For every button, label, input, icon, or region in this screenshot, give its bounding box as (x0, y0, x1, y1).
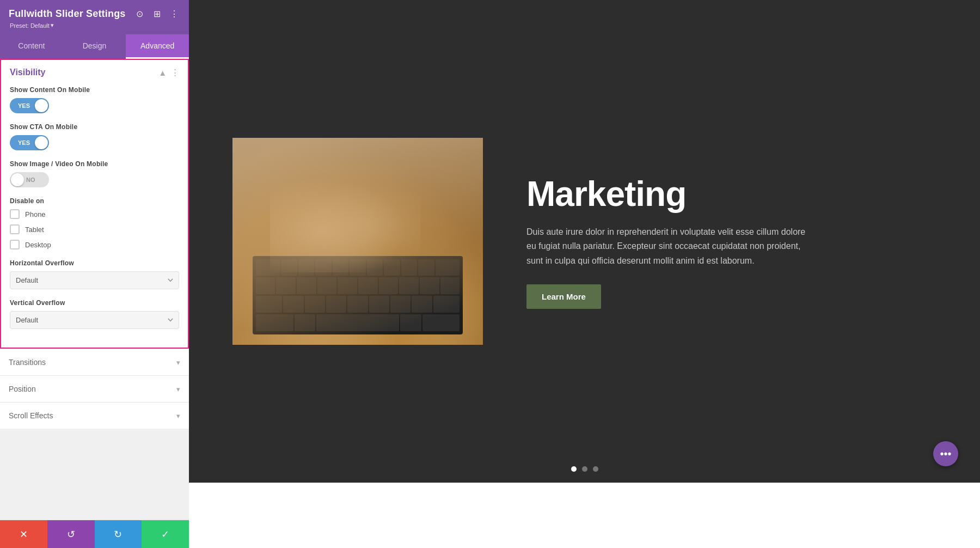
show-content-mobile-field: Show Content On Mobile YES (10, 86, 179, 113)
more-icon[interactable]: ⋮ (168, 8, 180, 20)
toggle-yes-label: YES (10, 98, 34, 113)
slide-inner: Marketing Duis aute irure dolor in repre… (189, 0, 980, 483)
preset-arrow: ▾ (51, 22, 54, 29)
scroll-effects-label: Scroll Effects (9, 411, 53, 420)
checkbox-phone-label: Phone (25, 210, 46, 218)
toggle-yes-label-2: YES (10, 135, 34, 150)
vertical-overflow-field: Vertical Overflow Default Hidden Scroll … (10, 299, 179, 329)
toggle-knob-2 (35, 136, 48, 149)
slide-image (232, 138, 483, 345)
undo-button[interactable]: ↺ (47, 520, 95, 548)
sidebar-content: Visibility ▲ ⋮ Show Content On Mobile YE… (0, 59, 189, 520)
sidebar-title: Fullwidth Slider Settings (9, 8, 126, 20)
sidebar: Fullwidth Slider Settings ⊙ ⊞ ⋮ Preset: … (0, 0, 189, 548)
scroll-effects-chevron: ▾ (176, 412, 180, 420)
checkbox-tablet-row: Tablet (10, 224, 179, 234)
visibility-title: Visibility (10, 68, 46, 77)
save-button[interactable]: ✓ (142, 520, 189, 548)
laptop-visual (232, 138, 483, 345)
show-image-mobile-toggle[interactable]: NO (10, 172, 49, 187)
show-cta-mobile-field: Show CTA On Mobile YES (10, 123, 179, 150)
tab-content[interactable]: Content (0, 34, 63, 59)
horizontal-overflow-field: Horizontal Overflow Default Hidden Scrol… (10, 259, 179, 289)
collapse-icon[interactable]: ▲ (158, 68, 167, 77)
main-content: Marketing Duis aute irure dolor in repre… (189, 0, 980, 548)
dot-1[interactable] (571, 466, 577, 472)
dot-3[interactable] (593, 466, 598, 472)
section-header-icons: ▲ ⋮ (158, 68, 179, 77)
checkbox-phone[interactable] (10, 209, 20, 219)
bottom-bar: ✕ ↺ ↻ ✓ (0, 520, 189, 548)
transitions-chevron: ▾ (176, 358, 180, 367)
checkbox-phone-row: Phone (10, 209, 179, 219)
sidebar-header: Fullwidth Slider Settings ⊙ ⊞ ⋮ Preset: … (0, 0, 189, 34)
visibility-body: Show Content On Mobile YES Show CTA On M… (1, 84, 188, 348)
checkbox-tablet[interactable] (10, 224, 20, 234)
show-content-mobile-label: Show Content On Mobile (10, 86, 179, 94)
tab-design[interactable]: Design (63, 34, 126, 59)
preset-selector[interactable]: Preset: Default ▾ (9, 22, 180, 29)
show-image-mobile-label: Show Image / Video On Mobile (10, 160, 179, 168)
slider-dots (571, 466, 598, 472)
vertical-overflow-select[interactable]: Default Hidden Scroll Auto (10, 311, 179, 329)
fab-icon: ••• (940, 448, 951, 460)
scroll-effects-section[interactable]: Scroll Effects ▾ (0, 402, 189, 429)
horizontal-overflow-label: Horizontal Overflow (10, 259, 179, 267)
position-chevron: ▾ (176, 385, 180, 393)
position-label: Position (9, 385, 36, 393)
fab-button[interactable]: ••• (933, 441, 958, 466)
visibility-section-header[interactable]: Visibility ▲ ⋮ (1, 60, 188, 84)
slide-body: Duis aute irure dolor in reprehenderit i… (526, 225, 810, 268)
tab-advanced[interactable]: Advanced (126, 34, 189, 59)
slide: Marketing Duis aute irure dolor in repre… (189, 0, 980, 483)
slide-text: Marketing Duis aute irure dolor in repre… (526, 174, 936, 309)
section-more-icon[interactable]: ⋮ (171, 68, 179, 77)
show-image-mobile-field: Show Image / Video On Mobile NO (10, 160, 179, 187)
toggle-knob-off (11, 173, 24, 186)
header-icons: ⊙ ⊞ ⋮ (133, 8, 180, 20)
transitions-section[interactable]: Transitions ▾ (0, 349, 189, 375)
vertical-overflow-label: Vertical Overflow (10, 299, 179, 307)
slide-heading: Marketing (526, 174, 936, 214)
dot-2[interactable] (582, 466, 587, 472)
visibility-section: Visibility ▲ ⋮ Show Content On Mobile YE… (0, 59, 189, 349)
preset-label: Preset: Default (10, 22, 50, 29)
checkbox-desktop-label: Desktop (25, 241, 51, 249)
toggle-knob (35, 99, 48, 112)
checkbox-tablet-label: Tablet (25, 226, 44, 234)
cancel-button[interactable]: ✕ (0, 520, 47, 548)
settings-icon[interactable]: ⊙ (133, 8, 145, 20)
tabs-bar: Content Design Advanced (0, 34, 189, 59)
layout-icon[interactable]: ⊞ (151, 8, 163, 20)
learn-more-button[interactable]: Learn More (526, 284, 601, 309)
disable-on-label: Disable on (10, 197, 179, 205)
slider-container: Marketing Duis aute irure dolor in repre… (189, 0, 980, 483)
position-section[interactable]: Position ▾ (0, 375, 189, 402)
below-slider (189, 483, 980, 548)
show-content-mobile-toggle[interactable]: YES (10, 98, 49, 113)
disable-on-field: Disable on Phone Tablet Desktop (10, 197, 179, 249)
redo-button[interactable]: ↻ (95, 520, 142, 548)
show-cta-mobile-toggle[interactable]: YES (10, 135, 49, 150)
horizontal-overflow-select[interactable]: Default Hidden Scroll Auto (10, 271, 179, 289)
checkbox-desktop[interactable] (10, 240, 20, 249)
checkbox-desktop-row: Desktop (10, 240, 179, 249)
transitions-label: Transitions (9, 358, 46, 367)
show-cta-mobile-label: Show CTA On Mobile (10, 123, 179, 131)
